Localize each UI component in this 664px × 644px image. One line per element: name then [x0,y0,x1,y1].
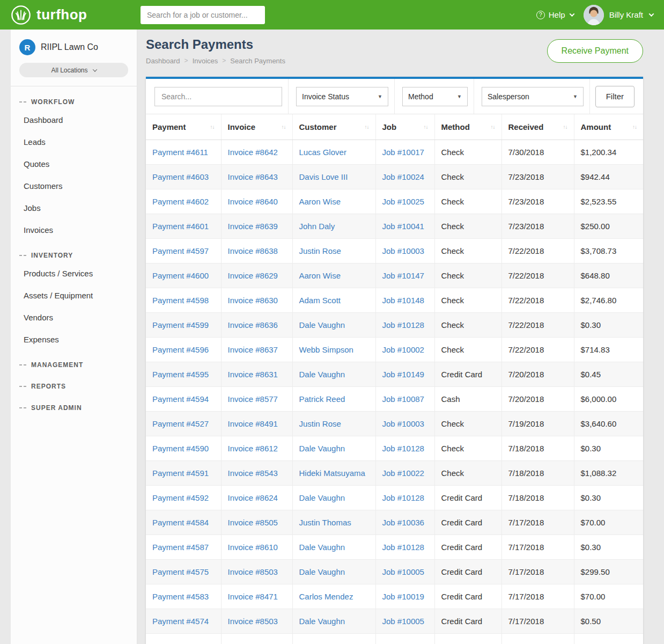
breadcrumb-item-invoices[interactable]: Invoices [193,57,218,65]
invoice-status-select[interactable]: Invoice Status ▼ [296,87,388,106]
job-link[interactable]: Job #10024 [382,172,424,181]
job-link[interactable]: Job #10017 [382,148,424,157]
payment-link[interactable]: Payment #4611 [152,148,208,157]
customer-link[interactable]: Aaron Wise [299,271,341,280]
job-link[interactable]: Job #10003 [382,419,424,428]
job-link[interactable]: Job #10019 [382,592,424,601]
invoice-link[interactable]: Invoice #8629 [228,271,278,280]
payment-link[interactable]: Payment #4574 [152,617,209,626]
job-link[interactable]: Job #10025 [382,197,424,206]
sidebar-item-vendors[interactable]: Vendors [11,306,137,328]
payment-link[interactable]: Payment #4597 [152,246,209,255]
customer-link[interactable]: Dale Vaughn [299,444,345,453]
payment-link[interactable]: Payment #4601 [152,222,209,231]
invoice-link[interactable]: Invoice #8491 [228,419,278,428]
customer-link[interactable]: John Daly [299,222,335,231]
customer-link[interactable]: Patrick Reed [299,394,345,404]
invoice-link[interactable]: Invoice #8643 [228,172,278,181]
global-search-input[interactable] [141,6,265,24]
job-link[interactable]: Job #10128 [382,320,424,330]
payment-link[interactable]: Payment #4600 [152,271,209,280]
invoice-link[interactable]: Invoice #8630 [228,296,278,305]
sidebar-item-customers[interactable]: Customers [11,175,137,197]
customer-link[interactable]: Justin Thomas [299,518,351,527]
job-link[interactable]: Job #10128 [382,444,424,453]
column-header-invoice[interactable]: Invoice↑↓ [221,114,292,140]
app-logo[interactable]: turfhop [11,5,130,25]
sidebar-item-quotes[interactable]: Quotes [11,153,137,175]
invoice-link[interactable]: Invoice #8577 [228,394,278,404]
invoice-link[interactable]: Invoice #8639 [228,222,278,231]
customer-link[interactable]: Dale Vaughn [299,617,345,626]
payment-link[interactable]: Payment #4591 [152,469,209,478]
job-link[interactable]: Job #10005 [382,617,424,626]
sidebar-item-expenses[interactable]: Expenses [11,328,137,350]
customer-link[interactable]: Carlos Mendez [299,592,353,601]
sidebar-section-reports[interactable]: REPORTS [11,372,137,393]
column-header-job[interactable]: Job↑↓ [375,114,434,140]
payment-link[interactable]: Payment #4603 [152,172,209,181]
job-link[interactable]: Job #10147 [382,271,424,280]
sidebar-section-super-admin[interactable]: SUPER ADMIN [11,393,137,415]
payment-link[interactable]: Payment #4594 [152,394,209,404]
sidebar-item-dashboard[interactable]: Dashboard [11,109,137,131]
receive-payment-button[interactable]: Receive Payment [547,39,643,63]
customer-link[interactable]: Aaron Wise [299,197,341,206]
invoice-link[interactable]: Invoice #8624 [228,493,278,502]
sidebar-section-workflow[interactable]: WORKFLOW [11,87,137,109]
job-link[interactable]: Job #10003 [382,246,424,255]
filter-button[interactable]: Filter [595,86,635,107]
job-link[interactable]: Job #10022 [382,469,424,478]
invoice-link[interactable]: Invoice #8503 [228,567,278,576]
customer-link[interactable]: Dale Vaughn [299,493,345,502]
payment-link[interactable]: Payment #4583 [152,592,209,601]
invoice-link[interactable]: Invoice #8638 [228,246,278,255]
column-header-amount[interactable]: Amount↑↓ [574,114,643,140]
payment-link[interactable]: Payment #4599 [152,320,209,330]
job-link[interactable]: Job #10148 [382,296,424,305]
invoice-link[interactable]: Invoice #8636 [228,320,278,330]
invoice-link[interactable]: Invoice #8503 [228,617,278,626]
customer-link[interactable]: Hideki Matsuyama [299,469,365,478]
sidebar-section-management[interactable]: MANAGEMENT [11,350,137,372]
payment-link[interactable]: Payment #4575 [152,567,209,576]
sidebar-section-inventory[interactable]: INVENTORY [11,241,137,262]
invoice-link[interactable]: Invoice #8631 [228,370,278,379]
job-link[interactable]: Job #10002 [382,345,424,354]
payment-link[interactable]: Payment #4527 [152,419,209,428]
payment-link[interactable]: Payment #4595 [152,370,209,379]
sidebar-item-leads[interactable]: Leads [11,131,137,153]
payment-link[interactable]: Payment #4596 [152,345,209,354]
invoice-link[interactable]: Invoice #8543 [228,469,278,478]
payment-link[interactable]: Payment #4587 [152,543,209,552]
column-header-method[interactable]: Method↑↓ [434,114,501,140]
invoice-link[interactable]: Invoice #8640 [228,197,278,206]
payments-search-input[interactable] [154,87,282,106]
column-header-payment[interactable]: Payment↑↓ [146,114,221,140]
customer-link[interactable]: Dale Vaughn [299,567,345,576]
customer-link[interactable]: Dale Vaughn [299,370,345,379]
payment-link[interactable]: Payment #4584 [152,518,209,527]
job-link[interactable]: Job #10005 [382,567,424,576]
job-link[interactable]: Job #10087 [382,394,424,404]
invoice-link[interactable]: Invoice #8642 [228,148,278,157]
customer-link[interactable]: Webb Simpson [299,345,353,354]
customer-link[interactable]: Davis Love III [299,172,348,181]
sidebar-item-products-services[interactable]: Products / Services [11,262,137,284]
salesperson-select[interactable]: Salesperson ▼ [482,87,584,106]
invoice-link[interactable]: Invoice #8610 [228,543,278,552]
user-menu[interactable]: Billy Kraft [584,5,653,25]
invoice-link[interactable]: Invoice #8612 [228,444,278,453]
customer-link[interactable]: Justin Rose [299,246,341,255]
customer-link[interactable]: Justin Rose [299,419,341,428]
sidebar-item-invoices[interactable]: Invoices [11,219,137,241]
customer-link[interactable]: Lucas Glover [299,148,346,157]
job-link[interactable]: Job #10128 [382,543,424,552]
job-link[interactable]: Job #10149 [382,370,424,379]
job-link[interactable]: Job #10041 [382,222,424,231]
help-menu[interactable]: ? Help [536,10,574,19]
invoice-link[interactable]: Invoice #8637 [228,345,278,354]
customer-link[interactable]: Dale Vaughn [299,320,345,330]
sidebar-item-jobs[interactable]: Jobs [11,197,137,219]
invoice-link[interactable]: Invoice #8505 [228,518,278,527]
